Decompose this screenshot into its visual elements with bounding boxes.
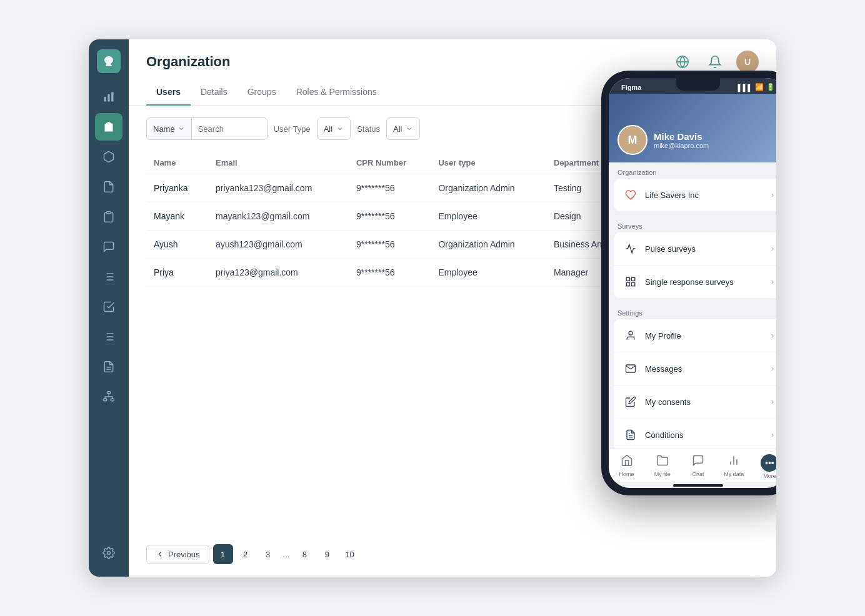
- phone-surveys-label: Surveys: [609, 216, 776, 232]
- tab-groups[interactable]: Groups: [238, 82, 286, 106]
- single-survey-icon: [622, 274, 639, 290]
- sidebar-logo[interactable]: [97, 49, 121, 73]
- phone-consents-label: My consents: [645, 397, 691, 407]
- conditions-icon: [622, 427, 639, 443]
- status-label: Status: [357, 124, 380, 134]
- battery-icon: 🔋: [766, 83, 775, 91]
- status-value: All: [393, 124, 402, 134]
- sidebar-item-settings[interactable]: [95, 539, 122, 567]
- svg-point-21: [108, 552, 111, 555]
- phone-user-name: Mike Davis: [654, 131, 709, 142]
- cell-cpr: 9*******56: [349, 174, 431, 202]
- cell-cpr: 9*******56: [349, 259, 431, 287]
- wifi-icon: 📶: [755, 83, 764, 91]
- phone-conditions-label: Conditions: [645, 430, 683, 440]
- phone-single-surveys[interactable]: Single response surveys ›: [614, 266, 776, 298]
- profile-left: My Profile: [622, 327, 681, 344]
- previous-button[interactable]: Previous: [146, 545, 209, 564]
- org-chevron-icon: ›: [771, 191, 774, 199]
- phone-pulse-label: Pulse surveys: [645, 244, 696, 254]
- header: Organization U: [129, 39, 776, 73]
- cell-email: mayank123@gmail.com: [208, 202, 349, 231]
- profile-chevron-icon: ›: [771, 331, 774, 340]
- page-btn-1[interactable]: 1: [213, 544, 233, 564]
- phone-surveys-group: Pulse surveys › Single response surveys …: [614, 232, 776, 298]
- header-actions: U: [671, 51, 759, 73]
- phone-org-name: Life Savers Inc: [645, 191, 699, 200]
- page-btn-9[interactable]: 9: [317, 544, 337, 564]
- phone-org-item[interactable]: Life Savers Inc ›: [614, 179, 776, 211]
- messages-icon: [622, 360, 639, 377]
- phone-consents[interactable]: My consents ›: [614, 385, 776, 419]
- name-filter: Name: [146, 117, 268, 140]
- org-icon: [622, 187, 639, 203]
- phone-nav-data[interactable]: My data: [716, 454, 752, 479]
- phone-user-email: mike@kiapro.com: [654, 142, 709, 149]
- phone-user-info: Mike Davis mike@kiapro.com: [654, 131, 709, 149]
- phone-hero: M Mike Davis mike@kiapro.com: [609, 94, 776, 162]
- sidebar-item-check[interactable]: [95, 293, 122, 320]
- phone-nav-home[interactable]: Home: [609, 454, 644, 479]
- user-type-select[interactable]: All: [317, 117, 351, 140]
- phone-my-profile[interactable]: My Profile ›: [614, 319, 776, 352]
- sidebar-item-list[interactable]: [95, 263, 122, 291]
- svg-rect-27: [632, 283, 635, 286]
- cell-email: priya123@gmail.com: [208, 259, 349, 287]
- notification-icon[interactable]: [704, 51, 726, 73]
- col-usertype: User type: [431, 152, 546, 174]
- user-avatar[interactable]: U: [736, 51, 759, 73]
- sidebar-item-doc1[interactable]: [95, 173, 122, 201]
- phone-messages-label: Messages: [645, 364, 682, 374]
- phone-conditions[interactable]: Conditions ›: [614, 419, 776, 449]
- page-btn-8[interactable]: 8: [294, 544, 314, 564]
- phone-mockup: Figma ▌▌▌ 📶 🔋 M Mike Davis mike@kiapro.c…: [601, 71, 776, 495]
- filter-group: Name User Type All Status All: [146, 117, 420, 140]
- cell-name: Priya: [146, 259, 208, 287]
- sidebar-item-doc2[interactable]: [95, 353, 122, 380]
- svg-point-28: [629, 331, 632, 335]
- phone-nav-data-label: My data: [724, 471, 744, 477]
- phone-nav-chat-label: Chat: [692, 471, 704, 477]
- name-filter-btn[interactable]: Name: [147, 118, 192, 139]
- page-btn-3[interactable]: 3: [258, 544, 278, 564]
- sidebar-item-clipboard[interactable]: [95, 203, 122, 231]
- sidebar-item-org[interactable]: [95, 383, 122, 410]
- sidebar-item-chart[interactable]: [95, 83, 122, 111]
- cell-cpr: 9*******56: [349, 202, 431, 231]
- pulse-chevron-icon: ›: [771, 244, 774, 253]
- tab-roles[interactable]: Roles & Permissions: [286, 82, 387, 106]
- phone-status-icons: ▌▌▌ 📶 🔋: [738, 83, 775, 91]
- phone-time: Figma: [621, 84, 641, 91]
- phone-nav-chat[interactable]: Chat: [680, 454, 716, 479]
- phone-org-label: Organization: [609, 162, 776, 179]
- page-btn-10[interactable]: 10: [339, 544, 359, 564]
- sidebar-item-building[interactable]: [95, 113, 122, 141]
- phone-pulse-surveys[interactable]: Pulse surveys ›: [614, 232, 776, 266]
- phone-org-group: Life Savers Inc ›: [614, 179, 776, 211]
- svg-rect-3: [107, 212, 111, 214]
- phone-single-label: Single response surveys: [645, 277, 734, 287]
- sidebar-item-box[interactable]: [95, 143, 122, 171]
- prev-label: Previous: [168, 550, 200, 559]
- svg-rect-26: [626, 283, 629, 286]
- tab-users[interactable]: Users: [146, 82, 191, 106]
- phone-nav-more[interactable]: ••• More: [752, 454, 776, 479]
- cell-usertype: Organization Admin: [431, 174, 546, 202]
- tab-details[interactable]: Details: [191, 82, 238, 106]
- page-btn-2[interactable]: 2: [236, 544, 256, 564]
- phone-pulse-left: Pulse surveys: [622, 241, 696, 257]
- phone-single-left: Single response surveys: [622, 274, 734, 290]
- cell-usertype: Employee: [431, 259, 546, 287]
- home-nav-icon: [621, 454, 633, 470]
- phone-nav-file[interactable]: My file: [644, 454, 680, 479]
- pagination-pages: 123...8910: [213, 544, 360, 564]
- cell-usertype: Employee: [431, 202, 546, 231]
- globe-icon[interactable]: [671, 51, 694, 73]
- sidebar-item-chat[interactable]: [95, 233, 122, 261]
- search-input[interactable]: [192, 124, 267, 134]
- sidebar-item-list2[interactable]: [95, 323, 122, 350]
- phone-messages[interactable]: Messages ›: [614, 352, 776, 385]
- svg-rect-19: [104, 399, 107, 400]
- svg-rect-1: [108, 94, 109, 102]
- status-select[interactable]: All: [386, 117, 420, 140]
